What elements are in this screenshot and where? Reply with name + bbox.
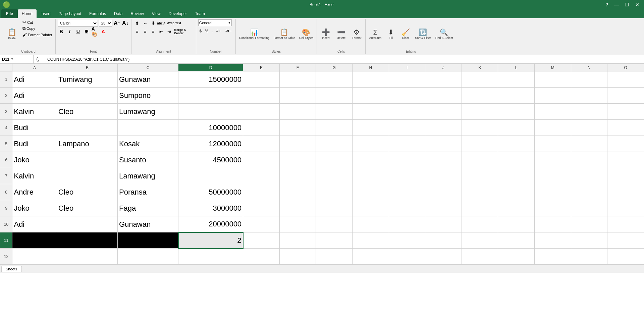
cell-d12[interactable]: [178, 249, 243, 265]
minimize-icon[interactable]: —: [612, 1, 621, 8]
cell-f7[interactable]: [279, 168, 316, 184]
cell-o2[interactable]: [607, 88, 644, 104]
cell-g6[interactable]: [316, 152, 353, 168]
cell-k8[interactable]: [462, 184, 498, 200]
cell-l3[interactable]: [498, 104, 535, 120]
cell-i2[interactable]: [389, 88, 425, 104]
cell-k6[interactable]: [462, 152, 498, 168]
row-num-9[interactable]: 9: [0, 200, 12, 216]
restore-icon[interactable]: ❐: [623, 1, 631, 8]
cell-n6[interactable]: [571, 152, 607, 168]
tab-review[interactable]: Review: [126, 9, 148, 18]
cell-a8[interactable]: Andre: [12, 184, 57, 200]
cell-c12[interactable]: [117, 249, 178, 265]
cell-e3[interactable]: [243, 104, 280, 120]
cell-h5[interactable]: [352, 136, 389, 152]
cell-m8[interactable]: [534, 184, 571, 200]
cell-h4[interactable]: [352, 120, 389, 136]
cell-b7[interactable]: [57, 168, 117, 184]
cell-l8[interactable]: [498, 184, 535, 200]
cell-a3[interactable]: Kalvin: [12, 104, 57, 120]
cell-o3[interactable]: [607, 104, 644, 120]
cell-h8[interactable]: [352, 184, 389, 200]
cell-n9[interactable]: [571, 200, 607, 216]
cell-m3[interactable]: [534, 104, 571, 120]
cell-g10[interactable]: [316, 216, 353, 232]
cell-b4[interactable]: [57, 120, 117, 136]
cell-o4[interactable]: [607, 120, 644, 136]
autosum-button[interactable]: Σ AutoSum: [368, 28, 383, 40]
cell-n5[interactable]: [571, 136, 607, 152]
row-num-10[interactable]: 10: [0, 216, 12, 232]
cell-b11[interactable]: [57, 232, 117, 249]
currency-button[interactable]: $: [198, 28, 203, 34]
cell-m11[interactable]: [534, 232, 571, 249]
cell-k1[interactable]: [462, 71, 498, 88]
cell-n7[interactable]: [571, 168, 607, 184]
cell-l2[interactable]: [498, 88, 535, 104]
copy-button[interactable]: ⧉ Copy: [21, 25, 53, 32]
cell-f11[interactable]: [279, 232, 316, 249]
cell-b12[interactable]: [57, 249, 117, 265]
decrease-decimal-button[interactable]: .0←: [215, 29, 223, 33]
cell-g4[interactable]: [316, 120, 353, 136]
col-header-m[interactable]: M: [534, 64, 571, 71]
col-header-i[interactable]: I: [389, 64, 425, 71]
fill-color-button[interactable]: A🎨: [91, 28, 99, 35]
cell-e4[interactable]: [243, 120, 280, 136]
cell-j7[interactable]: [425, 168, 462, 184]
cell-a2[interactable]: Adi: [12, 88, 57, 104]
col-header-k[interactable]: K: [462, 64, 498, 71]
conditional-formatting-button[interactable]: 📊 Conditional Formatting: [238, 28, 271, 40]
orientation-button[interactable]: abc↗: [158, 19, 165, 27]
cell-d7[interactable]: [178, 168, 243, 184]
underline-button[interactable]: U: [74, 28, 82, 35]
cell-l10[interactable]: [498, 216, 535, 232]
cell-i10[interactable]: [389, 216, 425, 232]
cell-o11[interactable]: [607, 232, 644, 249]
tab-view[interactable]: View: [148, 9, 165, 18]
cell-m6[interactable]: [534, 152, 571, 168]
cell-m7[interactable]: [534, 168, 571, 184]
col-header-j[interactable]: J: [425, 64, 462, 71]
cell-n12[interactable]: [571, 249, 607, 265]
cell-f1[interactable]: [279, 71, 316, 88]
delete-button[interactable]: ➖ Delete: [334, 28, 348, 40]
cell-i9[interactable]: [389, 200, 425, 216]
cell-styles-button[interactable]: 🎨 Cell Styles: [298, 28, 315, 40]
formula-input[interactable]: =COUNTIFS(A1:A10,"Adi",C1:C10,"Gunawan"): [42, 57, 644, 62]
cell-g9[interactable]: [316, 200, 353, 216]
cell-f3[interactable]: [279, 104, 316, 120]
cell-a12[interactable]: [12, 249, 57, 265]
increase-indent-button[interactable]: ⇥: [166, 28, 173, 35]
cell-c8[interactable]: Poransa: [117, 184, 178, 200]
col-header-f[interactable]: F: [279, 64, 316, 71]
cell-i8[interactable]: [389, 184, 425, 200]
cell-e6[interactable]: [243, 152, 280, 168]
cell-j10[interactable]: [425, 216, 462, 232]
tab-developer[interactable]: Developer: [165, 9, 191, 18]
cell-h11[interactable]: [352, 232, 389, 249]
cell-j12[interactable]: [425, 249, 462, 265]
cell-a1[interactable]: Adi: [12, 71, 57, 88]
cell-b10[interactable]: [57, 216, 117, 232]
cell-d6[interactable]: 4500000: [178, 152, 243, 168]
increase-font-button[interactable]: A↑: [113, 19, 121, 27]
cell-l7[interactable]: [498, 168, 535, 184]
cell-j6[interactable]: [425, 152, 462, 168]
cell-d4[interactable]: 10000000: [178, 120, 243, 136]
cell-m1[interactable]: [534, 71, 571, 88]
format-as-table-button[interactable]: 📋 Format as Table: [272, 28, 296, 40]
row-num-7[interactable]: 7: [0, 168, 12, 184]
font-color-button[interactable]: A: [100, 28, 107, 35]
cell-k4[interactable]: [462, 120, 498, 136]
cell-d11[interactable]: 2: [178, 232, 243, 249]
col-header-a[interactable]: A: [12, 64, 57, 71]
align-bottom-button[interactable]: ⬇: [150, 19, 157, 27]
tab-page-layout[interactable]: Page Layout: [55, 9, 85, 18]
number-format-select[interactable]: General ▼: [198, 19, 232, 26]
align-left-button[interactable]: ≡: [133, 28, 141, 35]
cell-l6[interactable]: [498, 152, 535, 168]
cell-b8[interactable]: Cleo: [57, 184, 117, 200]
cell-h6[interactable]: [352, 152, 389, 168]
